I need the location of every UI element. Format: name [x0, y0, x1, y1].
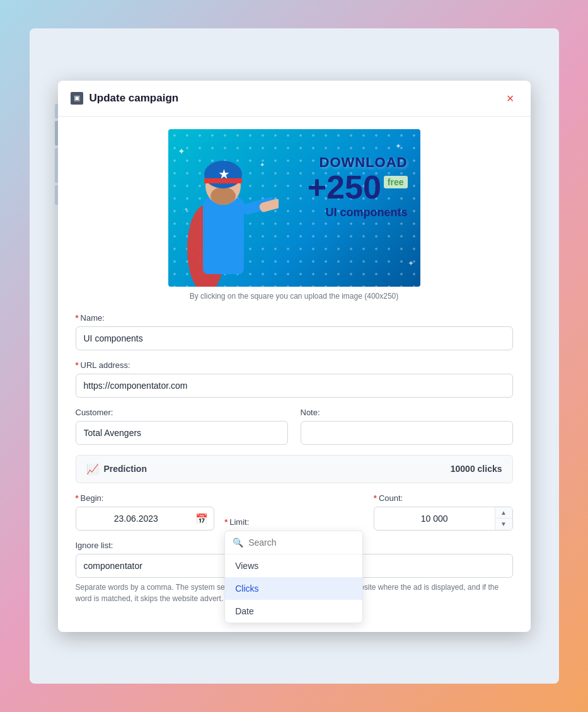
- prediction-value: 10000 clicks: [451, 464, 502, 474]
- customer-input[interactable]: [76, 421, 288, 445]
- count-label-text: Count:: [379, 493, 403, 503]
- modal-dialog: ▣ Update campaign ×: [58, 81, 531, 632]
- url-required-marker: *: [76, 360, 79, 370]
- page-background: ▣ Update campaign ×: [30, 28, 559, 684]
- banner-components-text: UI components: [308, 206, 408, 219]
- close-button[interactable]: ×: [503, 91, 518, 106]
- dropdown-item-clicks[interactable]: Clicks: [225, 577, 362, 600]
- modal-body: ★ ✦ ✦ ✦ DOWNLOAD +250 free: [58, 117, 531, 632]
- campaign-icon: ▣: [71, 92, 83, 105]
- svg-point-5: [210, 187, 236, 205]
- chart-icon: 📈: [86, 463, 99, 475]
- dropdown-search-input[interactable]: [248, 537, 355, 548]
- url-input[interactable]: [76, 374, 513, 398]
- dropdown-item-views[interactable]: Views: [225, 554, 362, 577]
- dropdown-item-date[interactable]: Date: [225, 600, 362, 623]
- count-input-wrapper: ▲ ▼: [374, 507, 513, 531]
- limit-label-text: Limit:: [229, 517, 249, 527]
- customer-note-row: Customer: Note:: [76, 408, 513, 445]
- customer-col: Customer:: [76, 408, 288, 445]
- svg-rect-1: [203, 198, 244, 274]
- name-input[interactable]: [76, 326, 513, 350]
- name-label: * Name:: [76, 313, 513, 323]
- banner-download-text: DOWNLOAD: [308, 154, 408, 171]
- prediction-bar: 📈 Prediction 10000 clicks: [76, 455, 513, 483]
- note-label-text: Note:: [301, 408, 320, 417]
- limit-dropdown-menu: 🔍 Views Clicks: [224, 531, 363, 623]
- note-input[interactable]: [301, 421, 513, 445]
- calendar-icon[interactable]: 📅: [195, 512, 208, 524]
- count-decrement-button[interactable]: ▼: [495, 519, 512, 530]
- star-decoration-2: ✦: [408, 259, 414, 268]
- svg-text:✦: ✦: [260, 161, 265, 168]
- ignore-label-text: Ignore list:: [76, 541, 113, 550]
- svg-text:✦: ✦: [178, 146, 185, 156]
- banner-image[interactable]: ★ ✦ ✦ ✦ DOWNLOAD +250 free: [168, 129, 420, 287]
- begin-limit-count-row: * Begin: 📅 * Limit:: [76, 493, 513, 531]
- url-field-section: * URL address:: [76, 360, 513, 398]
- dropdown-search-row: 🔍: [225, 531, 362, 554]
- name-required-marker: *: [76, 313, 79, 323]
- star-decoration: ✦: [395, 142, 401, 151]
- count-col: * Count: ▲ ▼: [374, 493, 513, 531]
- banner-container: ★ ✦ ✦ ✦ DOWNLOAD +250 free: [76, 129, 513, 301]
- begin-date-input[interactable]: [76, 507, 215, 531]
- modal-title: Update campaign: [89, 92, 179, 105]
- begin-col: * Begin: 📅: [76, 493, 215, 531]
- date-input-wrapper: 📅: [76, 507, 215, 531]
- banner-caption: By clicking on the square you can upload…: [190, 292, 399, 301]
- modal-title-group: ▣ Update campaign: [71, 92, 179, 105]
- count-label: * Count:: [374, 493, 513, 503]
- begin-required-marker: *: [76, 493, 79, 503]
- banner-count-text: +250: [308, 171, 381, 204]
- customer-label: Customer:: [76, 408, 288, 417]
- url-label-text: URL address:: [81, 360, 130, 370]
- customer-label-text: Customer:: [76, 408, 113, 417]
- begin-label-text: Begin:: [81, 493, 104, 503]
- begin-label: * Begin:: [76, 493, 215, 503]
- banner-free-text: free: [384, 176, 408, 188]
- count-spinner: ▲ ▼: [495, 507, 512, 530]
- limit-col: * Limit: 🔍 Views: [224, 517, 364, 531]
- count-input[interactable]: [374, 507, 513, 531]
- prediction-label: Prediction: [104, 464, 147, 474]
- name-label-text: Name:: [81, 313, 105, 323]
- note-col: Note:: [301, 408, 513, 445]
- dropdown-search-icon: 🔍: [233, 537, 243, 548]
- url-label: * URL address:: [76, 360, 513, 370]
- note-label: Note:: [301, 408, 513, 417]
- count-required-marker: *: [374, 493, 377, 503]
- svg-text:✦: ✦: [184, 207, 188, 212]
- limit-required-marker: *: [224, 517, 228, 527]
- name-field-section: * Name:: [76, 313, 513, 350]
- banner-text-area: DOWNLOAD +250 free UI components: [308, 154, 408, 219]
- prediction-left: 📈 Prediction: [86, 463, 147, 475]
- svg-rect-8: [204, 178, 242, 183]
- modal-header: ▣ Update campaign ×: [58, 81, 531, 117]
- limit-label: * Limit:: [224, 517, 364, 527]
- hero-svg: ★ ✦ ✦ ✦: [171, 135, 279, 287]
- count-increment-button[interactable]: ▲: [495, 507, 512, 519]
